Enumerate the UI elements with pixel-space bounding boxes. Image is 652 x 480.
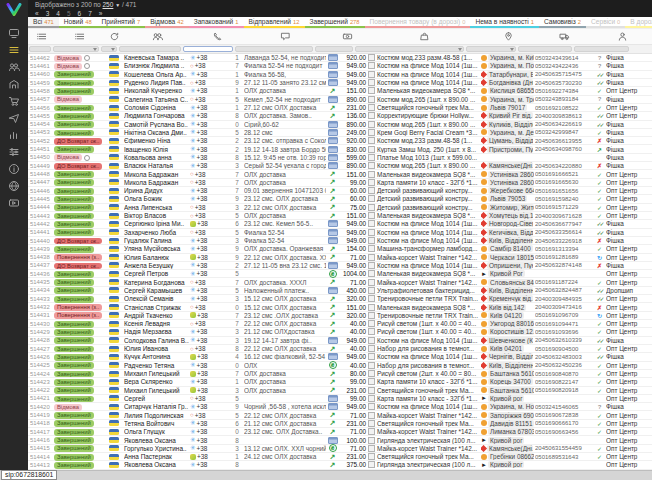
tab-1[interactable]: Новий48: [59, 17, 97, 28]
order-row[interactable]: 514462ВідмоваКаневська Тамара ..✳+381Лав…: [28, 54, 652, 62]
order-row[interactable]: 514458ЗавершенийНиколай Кучеренко✳+381ОЛ…: [28, 87, 652, 95]
tab-6[interactable]: Завершений278: [305, 17, 365, 28]
cart-icon[interactable]: [0, 92, 28, 109]
order-row[interactable]: 514438Повернення (з..Юлия Баланюк+38922.…: [28, 254, 652, 262]
monitor-icon[interactable]: [0, 24, 28, 41]
order-row[interactable]: 514456ЗавершенийСоломія Сідоніна✳+38127.…: [28, 104, 652, 112]
order-row[interactable]: 514444ЗавершенийАнна Липенська○+38322.12…: [28, 204, 652, 212]
tab-9[interactable]: Самовивіз2: [539, 17, 586, 28]
column-filter-6[interactable]: [315, 46, 353, 52]
order-row[interactable]: 514437ДО Возврат ок..Анжела Безушку✳+382…: [28, 262, 652, 270]
tab-10[interactable]: Сервіси0: [586, 17, 625, 28]
tracking-number[interactable]: 20400309473416: [535, 304, 593, 310]
order-row[interactable]: 514460ЗавершенийКошелева Ольга Ар..✳+381…: [28, 71, 652, 79]
tracking-number[interactable]: 0501689531643: [535, 454, 593, 460]
order-row[interactable]: 514420ВідмоваСитарчук Наталія Гр..✳+389Ч…: [28, 403, 652, 411]
tab-3[interactable]: Відмова42: [145, 17, 188, 28]
tracking-number[interactable]: 20450632874148: [535, 262, 593, 268]
tracking-number[interactable]: 0501690904500: [535, 346, 593, 352]
video-icon[interactable]: [0, 194, 28, 211]
tracking-number[interactable]: 0501691651656: [535, 188, 593, 194]
order-row[interactable]: 514451ЗавершенийІващенко Юлія✳+38219.12 …: [28, 145, 652, 153]
tracking-number[interactable]: 0501691093696: [535, 329, 593, 335]
tracking-number[interactable]: 0501691281689: [535, 254, 593, 260]
tracking-number[interactable]: 20450632450236: [535, 362, 593, 368]
column-list-icon[interactable]: [28, 29, 54, 44]
order-row[interactable]: 514455ЗавершенийЛюдмила Гончарова✳+388ОЛ…: [28, 112, 652, 120]
order-row[interactable]: 514429ЗавершенийНадія Мерзаєва✳+38321.12…: [28, 328, 652, 336]
tracking-number[interactable]: 20450633226918: [535, 238, 593, 244]
order-row[interactable]: 514430ЗавершенийКсенія Левадня○+38722.12…: [28, 320, 652, 328]
order-row[interactable]: 514436ЗавершенийСергей Петров✳+385₴1004.…: [28, 270, 652, 278]
tab-4[interactable]: Запакований1: [189, 17, 244, 28]
building-icon[interactable]: [0, 75, 28, 92]
tracking-number[interactable]: 0501691187224: [535, 279, 593, 285]
tracking-number[interactable]: 0503243893184: [535, 96, 593, 102]
column-filter-5[interactable]: [235, 46, 313, 52]
order-row[interactable]: 514435ЗавершенийКатерина Богданова○+387О…: [28, 278, 652, 286]
page-button-5[interactable]: 5: [67, 10, 71, 17]
order-row[interactable]: 514425ЗавершенийРадченко Тетяна✳+380ОЛХ₴…: [28, 362, 652, 370]
order-row[interactable]: 514419ЗавершенийЛилия Подолинская○+38522…: [28, 411, 652, 419]
order-row[interactable]: 514431Повернення (з..Андрій Ткаченко+387…: [28, 312, 652, 320]
tracking-number[interactable]: 0501690820918: [535, 387, 593, 393]
tracking-number[interactable]: 0501691094471: [535, 321, 593, 327]
order-row[interactable]: 514433ЗавершенийОлексій Семанів✳+38315.1…: [28, 295, 652, 303]
tracking-number[interactable]: 20450631554459: [535, 445, 593, 451]
column-chat-icon[interactable]: [244, 29, 326, 44]
tracking-number[interactable]: 0501690663456: [535, 429, 593, 435]
order-row[interactable]: 514442ЗавершенийСергіюнко Іріна Ми..+386…: [28, 220, 652, 228]
tab-7[interactable]: Повернення товару (в дорозі)0: [365, 17, 471, 28]
tracking-number[interactable]: 0501692274384: [535, 88, 593, 94]
order-row[interactable]: 514415ЗавершенийГоргулько Христина..✳+38…: [28, 445, 652, 453]
order-row[interactable]: 514432Повернення (з..Станіслав Стрижак○+…: [28, 303, 652, 311]
column-filter-8[interactable]: [466, 46, 516, 52]
order-row[interactable]: 514428ЗавершенийСолодкова Галина В..✳+38…: [28, 337, 652, 345]
order-row[interactable]: 514427ЗавершенийЮлия Иванова○+38822.12 с…: [28, 345, 652, 353]
column-bag-icon[interactable]: [368, 29, 481, 44]
order-row[interactable]: 514413ЗавершенийЯковлева Оксана✳+388↗375…: [28, 461, 652, 469]
tracking-number[interactable]: 20450634226619: [535, 121, 593, 127]
order-row[interactable]: 514424ЗавершенийМихаил Гилецький+387ОЛХ …: [28, 370, 652, 378]
order-row[interactable]: 514461ВідмоваБлизнюк Людмила ..○+387Фиал…: [28, 62, 652, 70]
order-row[interactable]: 514418ЗавершенийТетяна Войтович✳+38621.1…: [28, 420, 652, 428]
tracking-number[interactable]: 0501691096709: [535, 312, 593, 318]
info-icon[interactable]: [0, 160, 28, 177]
tracking-number[interactable]: 20400309484935: [535, 296, 593, 302]
order-row[interactable]: 514445ЗавершенийОльга Божик✳+38923.12 см…: [28, 195, 652, 203]
tracking-number[interactable]: 0501690666170: [535, 420, 593, 426]
tracking-number[interactable]: 20450635715475: [535, 71, 593, 77]
order-row[interactable]: 514417ЗавершенийОльга Глущук✳+38023.12 с…: [28, 428, 652, 436]
order-row[interactable]: 514452ДО Возврат ок..Єфименко Ніна✳+3822…: [28, 137, 652, 145]
tracking-number[interactable]: 0501691598240: [535, 196, 593, 202]
tracking-number[interactable]: 20450635730230: [535, 80, 593, 86]
column-filter-3[interactable]: [119, 46, 181, 52]
tracking-number[interactable]: 20450632824487: [535, 287, 593, 293]
column-money-icon[interactable]: [326, 29, 368, 44]
order-row[interactable]: 514414ЗавершенийАнна Пастернак+38124.12 …: [28, 453, 652, 461]
tracking-number[interactable]: 0501691666521: [535, 171, 593, 177]
column-refresh-icon[interactable]: [104, 29, 124, 44]
globe-icon[interactable]: [0, 177, 28, 194]
column-filter-0[interactable]: [29, 46, 51, 52]
tracking-number[interactable]: 20450634220880: [535, 163, 593, 169]
page-button-4[interactable]: 4: [56, 10, 60, 17]
app-logo-icon[interactable]: [6, 2, 22, 20]
column-pin-icon[interactable]: [481, 29, 535, 44]
order-row[interactable]: 514422ЗавершенийМихаил Гилецький+383ОЛХ …: [28, 387, 652, 395]
tracking-number[interactable]: 20450633356614: [535, 229, 593, 235]
column-filter-2[interactable]: [101, 46, 117, 52]
send-icon[interactable]: [0, 109, 28, 126]
order-row[interactable]: 514457ВідмоваСалегина Татьяна С..○+385Ке…: [28, 96, 652, 104]
column-filter-1[interactable]: [53, 46, 99, 52]
tracking-number[interactable]: 0501691571229: [535, 204, 593, 210]
order-row[interactable]: 514448ЗавершенийМикола Бадражан○+387ОЛХ …: [28, 170, 652, 178]
last-page-button[interactable]: »: [99, 10, 103, 17]
tab-2[interactable]: Прийнятий7: [97, 17, 146, 28]
tracking-number[interactable]: 20450634098760: [535, 146, 593, 152]
column-truck-icon[interactable]: [535, 29, 593, 44]
column-list-icon[interactable]: [54, 29, 104, 44]
order-row[interactable]: 514440ДО Возврат ок..Гуцалюк Галина✳+383…: [28, 237, 652, 245]
tracking-number[interactable]: 20450636677947: [535, 221, 593, 227]
chart-icon[interactable]: [0, 126, 28, 143]
